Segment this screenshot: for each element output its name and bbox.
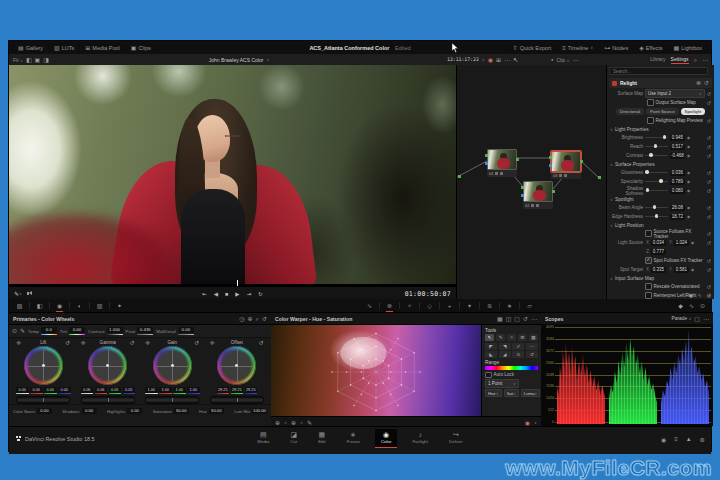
source-timecode[interactable]: 12:11:17:22 (447, 57, 479, 62)
wheel-value[interactable]: 29.25 (245, 387, 258, 393)
timeline-select[interactable]: John Brawley ACS Color∨ (159, 54, 319, 65)
node-input-port[interactable] (485, 154, 488, 157)
wheel-value[interactable]: 0.00 (58, 387, 71, 393)
reset-icon[interactable]: ↺ (707, 170, 711, 176)
pointer-icon[interactable]: ↖ (513, 57, 518, 63)
viewer-zoom-select[interactable]: Fit ∨ (13, 57, 23, 63)
mixer-icon[interactable]: ≡ (674, 436, 678, 443)
wheel-value[interactable]: 29.25 (217, 387, 230, 393)
grade-indicator-icon[interactable]: ◉ (488, 57, 493, 63)
jump-first-button[interactable]: ⇤ (202, 291, 207, 297)
palette-icon[interactable]: ◉ (525, 420, 530, 426)
wheel-value[interactable]: 0.00 (16, 387, 29, 393)
color-wheel-lift[interactable] (24, 346, 63, 385)
drag-icon[interactable]: ✛ (16, 340, 21, 346)
slider-knob[interactable] (659, 179, 662, 182)
node-input-port[interactable] (549, 156, 552, 159)
keyframe-timeline-icon[interactable]: ◆ (678, 303, 683, 309)
node-output-port[interactable] (516, 158, 519, 161)
wheel-value[interactable]: 1.00 (159, 387, 172, 393)
pen-tool-icon[interactable]: ✎ (496, 334, 505, 341)
pen-icon[interactable]: ✎ (307, 420, 312, 426)
range-hue-strip[interactable] (485, 366, 538, 370)
footer-value[interactable]: 50.00 (209, 408, 224, 414)
checkbox[interactable] (647, 117, 654, 124)
footer-value[interactable]: 50.00 (174, 408, 189, 414)
keyframe-icon[interactable]: ◆ (691, 240, 694, 245)
checkbox[interactable] (645, 230, 652, 237)
keyframes-icon[interactable]: ◆ (689, 292, 693, 298)
color-wheels-icon[interactable]: ◉ (53, 302, 66, 309)
select-up-icon[interactable]: ◤ (485, 343, 497, 350)
color-wheel-offset[interactable] (217, 346, 256, 385)
expand-icon[interactable]: ▢ (514, 316, 520, 322)
mesh-density-icon[interactable]: ▦ (529, 334, 538, 341)
link-icon[interactable]: ⊕ (248, 316, 253, 322)
hdr-icon[interactable]: ◐ (73, 303, 86, 309)
reset-icon[interactable]: ↺ (707, 214, 711, 220)
enhanced-viewer-icon[interactable]: ◨ (43, 57, 49, 63)
section-header-spotlight[interactable]: ∨Spotlight (607, 195, 714, 203)
toolbar-button-timeline[interactable]: ≡Timeline∨ (557, 43, 599, 52)
reset-icon[interactable]: ↺ (707, 118, 711, 124)
checkbox[interactable] (647, 99, 654, 106)
page-tab-edit[interactable]: ▦Edit (312, 429, 332, 448)
lasso-icon[interactable]: ✐ (512, 343, 524, 350)
reset-icon[interactable]: ↺ (707, 144, 711, 150)
channel-select-luma[interactable]: Luma∨ (521, 389, 540, 397)
scope-mode-select[interactable]: Parade ∨ (672, 316, 692, 321)
keyframe-icon[interactable]: ◆ (687, 135, 690, 140)
master-wheel-gamma[interactable] (81, 396, 135, 404)
color-wheel-gamma[interactable] (88, 346, 127, 385)
light-source-value[interactable]: 0.777 (651, 249, 666, 255)
wheel-value[interactable]: 1.00 (145, 387, 158, 393)
wheel-value[interactable]: 1.00 (187, 387, 200, 393)
settings-icon[interactable]: ⊙ (707, 292, 711, 298)
toolbar-button-luts[interactable]: ▥LUTs (49, 43, 80, 52)
reset-icon[interactable]: ↺ (262, 316, 267, 322)
checkbox[interactable]: ✓ (645, 257, 652, 264)
more-icon[interactable]: ⋯ (526, 343, 538, 350)
adjust-value[interactable]: 0.00 (178, 327, 194, 333)
toolbar-button-lightbox[interactable]: ▦Lightbox (669, 43, 708, 52)
gear-icon[interactable]: ⚙ (700, 436, 705, 443)
slider-track[interactable] (645, 207, 668, 209)
wheel-value[interactable]: 0.00 (44, 387, 57, 393)
slider-value[interactable]: 0.036 (670, 170, 685, 176)
magic-mask-icon[interactable]: ✦ (463, 302, 476, 309)
picker-icon[interactable]: ◉ (661, 436, 666, 443)
search-input[interactable] (609, 67, 708, 75)
slider-value[interactable]: 28.08 (670, 205, 685, 211)
checkbox[interactable] (645, 292, 652, 299)
qualifier-icon[interactable]: ✧ (403, 302, 416, 309)
drag-icon[interactable]: ✛ (81, 340, 86, 346)
inspector-tab-settings[interactable]: Settings (671, 56, 689, 64)
section-header-input-surface-map[interactable]: ∨Input Surface Map (607, 274, 714, 282)
search-icon[interactable]: ⌕ (694, 57, 697, 63)
inspector-tab-library[interactable]: Library (650, 56, 665, 64)
more-icon[interactable]: ⋯ (531, 316, 537, 322)
channel-select-hue[interactable]: Hue∨ (485, 389, 502, 397)
pointer-tool-icon[interactable]: ↖ (485, 334, 494, 341)
slider-knob[interactable] (645, 170, 648, 173)
tracker-icon[interactable]: + (443, 303, 456, 309)
node-mask-port[interactable] (549, 164, 552, 167)
slider-knob[interactable] (654, 144, 657, 147)
light-source-value[interactable]: 1.024 (674, 240, 689, 246)
wheel-value[interactable]: 0.00 (30, 387, 43, 393)
slider-value[interactable]: 0.517 (670, 144, 685, 150)
node-mask-port[interactable] (485, 162, 488, 165)
surface-map-select[interactable]: Use Input 2∨ (645, 89, 705, 98)
reset-selection-icon[interactable]: ↺ (526, 351, 538, 358)
adjust-value[interactable]: 0.00 (69, 327, 85, 333)
slider-value[interactable]: -0.468 (670, 153, 685, 159)
window-icon[interactable]: ◇ (423, 302, 436, 309)
wipe-mode-icon[interactable]: ▣ (35, 57, 41, 63)
toolbar-button-clips[interactable]: ▣Clips (126, 43, 157, 52)
reset-icon[interactable]: ↺ (704, 80, 709, 86)
reset-icon[interactable]: ↺ (707, 267, 711, 273)
info-icon[interactable]: ⊙ (700, 303, 705, 309)
light-source-value[interactable]: 0.034 (651, 240, 666, 246)
source-port[interactable] (458, 175, 461, 178)
keyframe-icon[interactable]: ◆ (687, 170, 690, 175)
